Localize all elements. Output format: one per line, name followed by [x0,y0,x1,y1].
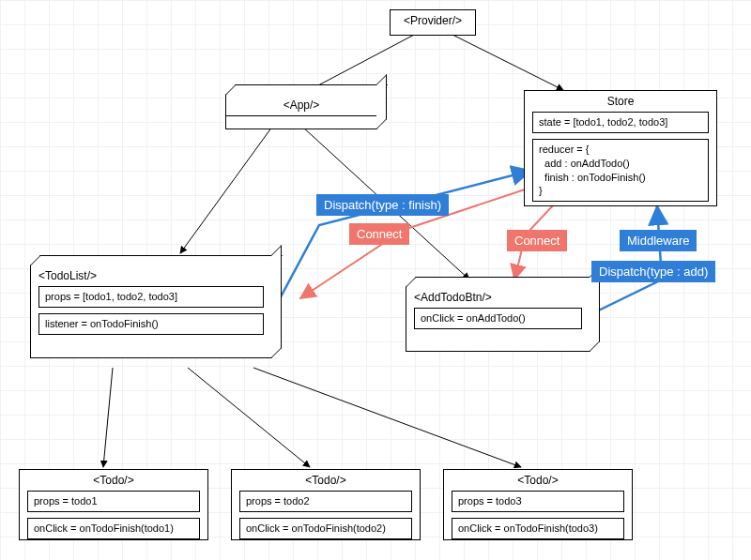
node-todolist-title: <TodoList/> [31,265,271,286]
label-connect-1: Connect [349,223,409,245]
node-todo-1-title: <Todo/> [20,470,207,491]
node-store: Store state = [todo1, todo2, todo3] redu… [524,90,717,206]
node-store-title: Store [525,91,716,112]
label-connect-2: Connect [507,230,567,251]
node-todo-1-onclick: onClick = onTodoFinish(todo1) [27,518,200,539]
node-store-state: state = [todo1, todo2, todo3] [532,112,709,133]
node-todo-3-title: <Todo/> [444,470,632,491]
node-addtodobtn-onclick: onClick = onAddTodo() [414,308,582,329]
node-todolist: <TodoList/> props = [todo1, todo2, todo3… [30,265,272,358]
label-dispatch-add: Dispatch(type : add) [591,261,715,282]
label-dispatch-finish: Dispatch(type : finish) [316,194,449,216]
node-app-title: <App/> [226,95,376,115]
node-addtodobtn: <AddTodoBtn/> onClick = onAddTodo() [406,286,590,352]
node-todo-2-title: <Todo/> [232,470,420,491]
node-store-reducer: reducer = { add : onAddTodo() finish : o… [532,139,709,202]
node-todo-2-props: props = todo2 [239,491,412,512]
node-app: <App/> [225,94,377,129]
node-todolist-listener: listener = onTodoFinish() [38,313,264,335]
node-todo-3-props: props = todo3 [452,491,624,512]
node-todolist-props: props = [todo1, todo2, todo3] [38,286,264,308]
node-todo-1: <Todo/> props = todo1 onClick = onTodoFi… [19,469,208,540]
node-todo-3: <Todo/> props = todo3 onClick = onTodoFi… [443,469,633,540]
label-middleware: Middleware [620,230,697,251]
node-provider: <Provider/> [390,9,476,36]
node-addtodobtn-title: <AddTodoBtn/> [406,287,590,308]
node-provider-title: <Provider/> [391,10,475,31]
node-todo-2-onclick: onClick = onTodoFinish(todo2) [239,518,412,539]
node-todo-3-onclick: onClick = onTodoFinish(todo3) [452,518,624,539]
node-todo-2: <Todo/> props = todo2 onClick = onTodoFi… [231,469,421,540]
node-todo-1-props: props = todo1 [27,491,200,512]
